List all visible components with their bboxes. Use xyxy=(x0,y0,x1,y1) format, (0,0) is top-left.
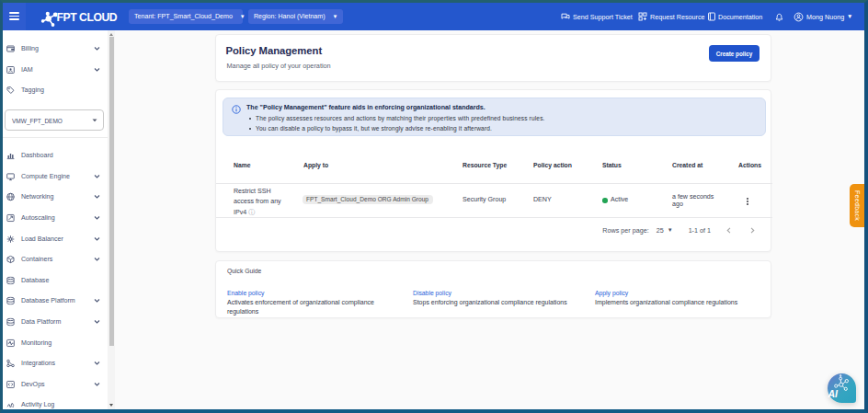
svg-text:AI: AI xyxy=(828,388,839,399)
